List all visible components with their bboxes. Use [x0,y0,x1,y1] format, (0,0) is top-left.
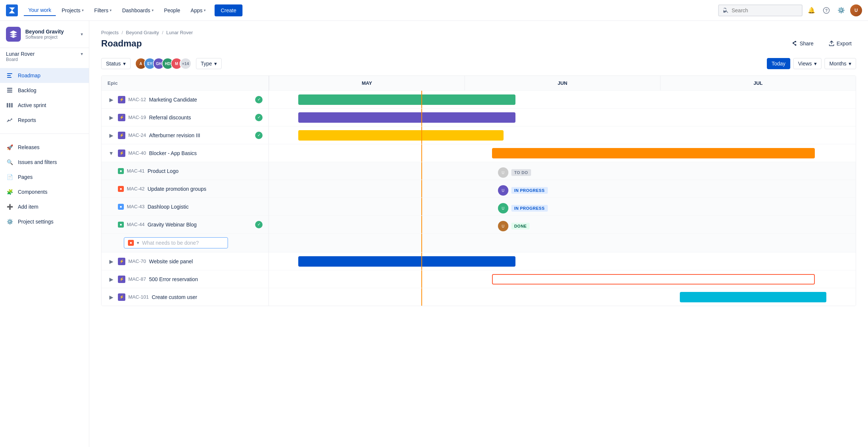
today-indicator [421,91,422,108]
avatar-group: A EY GH HD M +14 [135,58,192,70]
gantt-bar-mac19 [298,112,515,123]
row-key-mac43: MAC-43 [127,204,145,209]
sidebar-item-pages[interactable]: 📄 Pages [0,170,89,184]
new-item-row[interactable]: ■ ▾ [102,233,269,252]
status-filter-button[interactable]: Status ▾ [101,58,131,69]
search-icon [723,7,729,13]
expand-mac19-icon[interactable]: ▶ [107,114,115,121]
table-row[interactable]: ▶ ⚡ MAC-70 Website side panel [102,252,269,270]
releases-icon: 🚀 [6,144,13,151]
sidebar-board-item[interactable]: Lunar Rover ▾ [0,48,89,57]
row-key-mac42: MAC-42 [127,186,145,192]
months-button[interactable]: Months ▾ [824,58,856,69]
toolbar-right: Today Views ▾ Months ▾ [767,58,856,69]
table-row[interactable]: ▶ ⚡ MAC-12 Marketing Candidate ✓ [102,90,269,108]
row-name-mac44: Gravity Webinar Blog [148,222,252,228]
month-jul: JUL [660,76,856,90]
page-title: Roadmap [101,38,142,49]
sidebar-item-settings[interactable]: ⚙️ Project settings [0,214,89,229]
row-name-mac101: Create custom user [152,294,263,300]
sidebar-item-active-sprint[interactable]: Active sprint [0,98,89,113]
done-check-mac12: ✓ [255,96,263,103]
svg-text:?: ? [825,8,828,13]
expand-mac40-icon[interactable]: ▼ [107,149,115,157]
breadcrumb-project[interactable]: Beyond Gravity [126,30,159,35]
sidebar-project[interactable]: Beyond Gravity Software project ▾ [0,21,89,48]
nav-filters[interactable]: Filters ▾ [90,5,116,16]
add-icon: ➕ [6,203,13,210]
nav-people[interactable]: People [160,5,185,16]
sidebar-item-backlog[interactable]: Backlog [0,83,89,98]
sidebar-item-components[interactable]: 🧩 Components [0,184,89,199]
sidebar-divider [0,134,89,134]
row-name-mac70: Website side panel [149,258,263,264]
table-row[interactable]: ■ MAC-44 Gravity Webinar Blog ✓ [102,215,269,233]
table-row[interactable]: ■ MAC-41 Product Logo [102,162,269,180]
search-input[interactable] [732,7,797,13]
gantt-row-mac24 [269,126,856,144]
notifications-button[interactable]: 🔔 [806,4,817,16]
sidebar-item-issues[interactable]: 🔍 Issues and filters [0,155,89,170]
help-button[interactable]: ? [820,4,832,16]
today-indicator [421,126,422,144]
today-indicator [421,288,422,306]
avatar-mac41: U [498,167,508,178]
gantt-bar-mac70 [298,256,515,267]
avatar-count[interactable]: +14 [180,58,192,70]
nav-dashboards[interactable]: Dashboards ▾ [118,5,158,16]
avatar-mac43: U [498,203,508,213]
share-button[interactable]: Share [787,38,818,49]
table-row[interactable]: ▶ ⚡ MAC-19 Referral discounts ✓ [102,108,269,126]
svg-rect-5 [7,77,12,78]
table-row[interactable]: ▶ ⚡ MAC-87 500 Error reservation [102,270,269,288]
sidebar-item-releases[interactable]: 🚀 Releases [0,140,89,155]
expand-mac12-icon[interactable]: ▶ [107,96,115,103]
expand-mac24-icon[interactable]: ▶ [107,132,115,139]
expand-mac70-icon[interactable]: ▶ [107,258,115,265]
expand-mac87-icon[interactable]: ▶ [107,276,115,283]
epic-icon-mac87: ⚡ [118,276,125,283]
months-chevron-icon: ▾ [849,61,851,67]
breadcrumb-projects[interactable]: Projects [101,30,119,35]
table-row[interactable]: ■ MAC-43 Dashloop Logistic [102,197,269,215]
issues-icon: 🔍 [6,158,13,166]
nav-your-work[interactable]: Your work [24,5,56,16]
components-icon: 🧩 [6,188,13,196]
gantt-row-mac41: U TO DO [269,162,856,180]
project-icon [6,27,21,42]
new-item-container[interactable]: ■ ▾ [124,237,228,248]
row-name-mac43: Dashloop Logistic [148,204,263,210]
settings-button[interactable]: ⚙️ [835,4,847,16]
table-row[interactable]: ▼ ⚡ MAC-40 Blocker - App Basics [102,144,269,162]
nav-logo[interactable] [6,4,18,16]
views-button[interactable]: Views ▾ [793,58,822,69]
nav-apps[interactable]: Apps ▾ [186,5,210,16]
user-avatar[interactable]: U [850,4,862,16]
filters-chevron-icon: ▾ [110,8,112,12]
breadcrumb-board[interactable]: Lunar Rover [166,30,193,35]
export-button[interactable]: Export [824,38,856,49]
table-row[interactable]: ■ MAC-42 Update promotion groups [102,180,269,197]
gantt-bar-mac24 [298,130,504,141]
row-name-mac87: 500 Error reservation [149,276,263,282]
sidebar-item-reports[interactable]: Reports [0,113,89,128]
gantt-bar-mac87 [492,274,815,284]
type-filter-button[interactable]: Type ▾ [196,58,222,69]
timeline-header: MAY JUN JUL [269,76,856,90]
pages-icon: 📄 [6,173,13,181]
new-item-input[interactable] [142,240,224,246]
status-badge-mac43: IN PROGRESS [511,205,548,212]
svg-rect-10 [9,103,10,107]
today-indicator [421,180,422,197]
table-row[interactable]: ▶ ⚡ MAC-24 Afterburner revision III ✓ [102,126,269,144]
table-row[interactable]: ▶ ⚡ MAC-101 Create custom user [102,288,269,306]
expand-mac101-icon[interactable]: ▶ [107,293,115,301]
today-button[interactable]: Today [767,58,790,69]
issue-icon-mac41: ■ [118,168,124,174]
nav-projects[interactable]: Projects ▾ [57,5,89,16]
sidebar-item-roadmap[interactable]: Roadmap [0,68,89,83]
search-container[interactable] [718,4,803,16]
create-button[interactable]: Create [215,4,242,16]
sidebar-item-add[interactable]: ➕ Add item [0,199,89,214]
epic-icon-mac40: ⚡ [118,149,125,157]
